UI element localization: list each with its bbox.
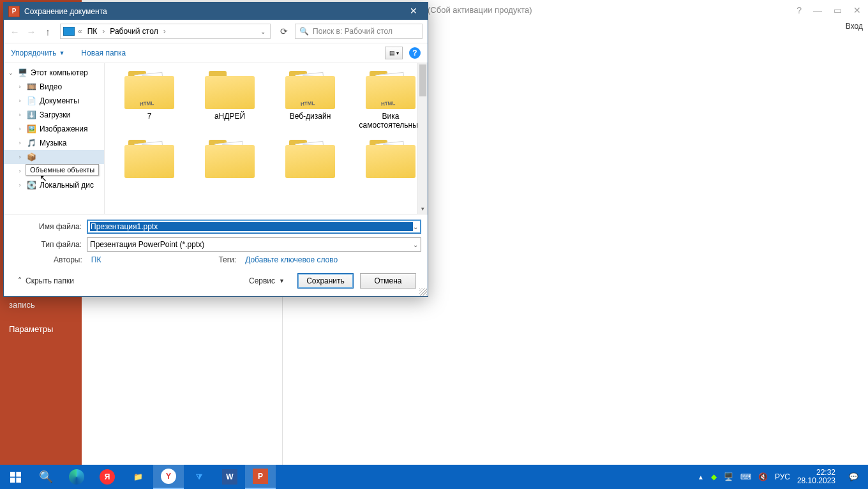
sidebar-item-parameters[interactable]: Параметры [0,319,62,339]
yandex-icon: Я [100,469,115,485]
folder-item[interactable]: HTML 7 [119,70,180,130]
filename-input[interactable]: Презентация1.pptx ⌄ [87,220,421,234]
folder-item[interactable] [199,139,260,178]
sign-in-link[interactable]: Вход [846,22,863,31]
cube-icon: 📦 [26,153,37,162]
breadcrumb[interactable]: « ПК › Рабочий стол › ⌄ [60,24,271,39]
help-button[interactable]: ? [409,47,421,59]
tray-sync-icon[interactable]: ◆ [711,472,717,481]
breadcrumb-pc[interactable]: ПК [86,27,100,36]
taskbar-edge[interactable] [61,465,92,489]
authors-value[interactable]: ПК [91,255,101,264]
folder-icon [124,139,174,178]
dropdown-icon[interactable]: ⌄ [413,223,418,230]
view-mode-dropdown[interactable]: ▤ ▾ [385,47,403,59]
taskbar-yandex-start[interactable]: Я [92,465,123,489]
expand-icon[interactable]: › [17,140,23,146]
collapse-icon[interactable]: ⌄ [8,70,14,76]
folder-icon [205,139,255,178]
expand-icon[interactable]: › [17,182,23,188]
filename-value: Презентация1.pptx [90,222,413,231]
tray-network-icon[interactable]: 🖥️ [724,472,733,481]
scroll-down-icon[interactable]: ▾ [418,204,428,214]
tree-music[interactable]: ›🎵Музыка [4,136,104,150]
folder-item[interactable] [119,139,180,178]
minimize-icon[interactable]: — [813,5,822,15]
tree-3d-objects[interactable]: ›📦 [4,150,104,164]
dropdown-icon[interactable]: ⌄ [413,241,418,248]
close-app-icon[interactable]: ✕ [853,5,861,15]
folder-item[interactable] [360,139,421,178]
taskbar-word[interactable]: W [214,465,245,489]
expand-icon[interactable]: › [17,154,23,160]
folder-icon: 📁 [130,469,146,485]
expand-icon[interactable]: › [17,112,23,118]
taskbar-vscode[interactable]: ⧩ [184,465,214,489]
tree-this-pc[interactable]: ⌄ 🖥️ Этот компьютер [4,66,104,80]
organize-menu[interactable]: Упорядочить ▼ [11,49,64,57]
notifications-icon[interactable]: 💬 [842,472,864,481]
disk-icon: 💽 [26,181,37,190]
folder-item[interactable] [280,139,341,178]
service-menu[interactable]: Сервис ▼ [249,276,285,285]
taskbar-powerpoint[interactable]: P [245,465,276,489]
tray-clock[interactable]: 22:32 28.10.2023 [797,469,835,485]
refresh-icon[interactable]: ⟳ [276,26,292,36]
breadcrumb-quote: « [76,27,84,36]
tray-language[interactable]: РУС [775,472,790,481]
start-button[interactable] [0,465,31,489]
folder-item[interactable]: HTML Вика самостоятельные [360,70,421,130]
search-icon: 🔍 [39,470,53,484]
tray-volume-muted-icon[interactable]: 🔇 [758,472,768,481]
yandex-browser-icon: Y [161,469,176,484]
tray-overflow-icon[interactable]: ▲ [698,474,704,481]
filetype-select[interactable]: Презентация PowerPoint (*.pptx) ⌄ [87,237,421,252]
file-list[interactable]: HTML 7 аНДРЕЙ HTML Веб-дизайн HTML Вика … [105,63,428,214]
documents-icon: 📄 [26,96,37,105]
files-scrollbar[interactable]: ▾ [417,63,428,214]
search-input[interactable]: 🔍 Поиск в: Рабочий стол [295,24,423,39]
chevron-right-icon[interactable]: › [100,27,107,36]
new-folder-button[interactable]: Новая папка [81,49,126,57]
caret-down-icon: ▼ [59,50,64,56]
breadcrumb-desktop[interactable]: Рабочий стол [108,27,160,36]
tree-local-disk[interactable]: ›💽Локальный дис [4,178,104,192]
hide-folders-button[interactable]: ˄ Скрыть папки [15,276,74,285]
filetype-value: Презентация PowerPoint (*.pptx) [90,240,413,249]
folder-item[interactable]: HTML Веб-дизайн [280,70,341,130]
expand-icon[interactable]: › [17,98,23,104]
dialog-navbar: ← → ↑ « ПК › Рабочий стол › ⌄ ⟳ 🔍 Поиск … [4,20,428,43]
breadcrumb-dropdown-icon[interactable]: ⌄ [260,28,267,35]
close-dialog-button[interactable]: ✕ [399,3,428,20]
tree-pictures[interactable]: ›🖼️Изображения [4,122,104,136]
folder-item[interactable]: аНДРЕЙ [199,70,260,130]
dialog-toolbar: Упорядочить ▼ Новая папка ▤ ▾ ? [4,43,428,63]
tree-videos[interactable]: ›🎞️Видео [4,80,104,94]
scrollbar-thumb[interactable] [419,64,426,96]
sidebar-item-record[interactable]: запись [0,295,44,315]
resize-grip[interactable] [419,288,427,296]
nav-tree[interactable]: ⌄ 🖥️ Этот компьютер ›🎞️Видео ›📄Документы… [4,63,105,214]
cancel-button[interactable]: Отмена [360,273,416,289]
tree-downloads[interactable]: ›⬇️Загрузки [4,108,104,122]
word-icon: W [222,469,237,485]
taskbar-yandex-browser[interactable]: Y [153,465,184,489]
search-icon: 🔍 [299,27,309,36]
chevron-up-icon: ˄ [18,276,22,285]
expand-icon[interactable]: › [17,168,23,174]
system-tray: ▲ ◆ 🖥️ ⌨ 🔇 РУС 22:32 28.10.2023 💬 [698,469,868,485]
tree-documents[interactable]: ›📄Документы [4,94,104,108]
caret-down-icon: ▼ [279,278,285,284]
tray-keyboard-icon[interactable]: ⌨ [740,472,751,481]
add-tag-link[interactable]: Добавьте ключевое слово [245,255,338,264]
maximize-icon[interactable]: ▭ [834,5,842,15]
chevron-right-icon[interactable]: › [161,27,168,36]
taskbar-explorer[interactable]: 📁 [123,465,153,489]
expand-icon[interactable]: › [17,84,23,90]
help-icon[interactable]: ? [797,5,802,15]
expand-icon[interactable]: › [17,126,23,132]
nav-up-icon[interactable]: ↑ [41,26,55,37]
taskbar-search[interactable]: 🔍 [31,465,61,489]
svg-rect-3 [16,478,21,483]
save-button[interactable]: Сохранить [297,273,354,289]
